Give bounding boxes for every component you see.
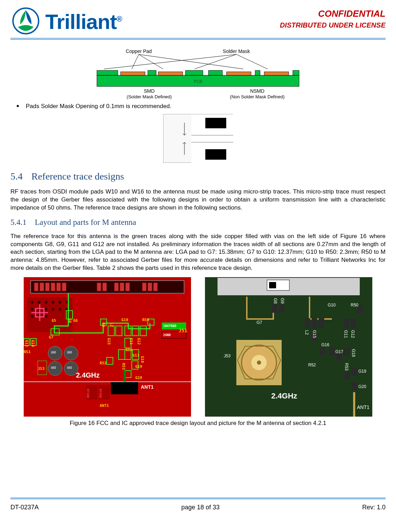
svg-rect-100	[312, 318, 317, 328]
svg-rect-109	[344, 348, 349, 357]
figure-16-layout: G5 G6 G8 G7 G9 L2 G15 G10 G11 G12 R50 G1…	[24, 277, 191, 417]
svg-point-48	[45, 308, 47, 311]
svg-rect-11	[158, 72, 183, 75]
svg-rect-102	[344, 318, 349, 328]
svg-point-49	[52, 308, 54, 311]
photo-label-g16: G16	[321, 342, 329, 348]
photo-label-g12: G12	[350, 330, 356, 338]
svg-point-42	[45, 301, 47, 304]
svg-rect-9	[121, 72, 145, 75]
svg-rect-34	[120, 283, 124, 291]
label-r51: R51	[24, 350, 31, 355]
svg-rect-31	[97, 283, 101, 291]
svg-rect-36	[142, 283, 146, 291]
label-pcb: PCB	[194, 79, 203, 84]
confidential-block: CONFIDENTIAL DISTRIBUTED UNDER LICENSE	[280, 7, 386, 29]
svg-rect-111	[351, 382, 357, 390]
footer: DT-0237A page 18 of 33 Rev: 1.0	[10, 500, 386, 511]
label-g13: G13	[24, 340, 29, 347]
label-j51: J51	[178, 327, 187, 334]
svg-line-2	[139, 54, 163, 69]
label-g7: G7	[49, 335, 53, 340]
svg-rect-20	[205, 149, 226, 160]
photo-label-g15: G15	[312, 330, 317, 338]
svg-rect-13	[208, 70, 222, 75]
label-g10: G10	[121, 318, 128, 323]
photo-label-l2: L2	[304, 330, 310, 335]
photo-label-g17: G17	[335, 349, 343, 355]
photo-label-r52: R52	[308, 362, 316, 368]
label-2-4ghz-layout: 2.4GHz	[76, 371, 100, 380]
svg-line-5	[236, 54, 268, 69]
svg-rect-37	[148, 283, 152, 291]
photo-label-ant1: ANT1	[357, 404, 370, 411]
label-g20: G20	[135, 375, 142, 381]
photo-label-g8: G8	[273, 298, 278, 304]
label-smd: SMD	[144, 88, 154, 94]
svg-rect-15	[255, 70, 260, 75]
figure-16-caption: Figure 16 FCC and IC approved trace desi…	[10, 419, 386, 427]
svg-point-46	[31, 308, 33, 311]
label-r53: R53	[121, 363, 126, 370]
photo-label-g19: G19	[358, 368, 366, 374]
svg-rect-106	[320, 347, 326, 355]
svg-rect-97	[272, 304, 277, 313]
label-l2: L2	[109, 322, 114, 327]
label-gnd2: GND	[67, 351, 72, 355]
paragraph-5-4: RF traces from OSDI module pads W10 and …	[10, 188, 386, 212]
svg-point-40	[31, 301, 33, 304]
svg-rect-26	[40, 283, 44, 291]
label-g12: G12	[136, 338, 141, 345]
photo-label-j53: J53	[224, 353, 230, 359]
svg-point-54	[45, 315, 47, 318]
logo: Trilliant®	[10, 7, 164, 35]
bullet-dot-icon	[17, 105, 19, 107]
svg-rect-91	[269, 282, 276, 288]
svg-rect-98	[279, 304, 284, 313]
photo-label-g9: G9	[280, 298, 285, 304]
label-1n47r0d: 1N47R0D	[163, 324, 176, 328]
heading-5-4-1: 5.4.1 Layout and parts for M antenna	[10, 217, 386, 228]
svg-rect-19	[205, 118, 226, 128]
label-g14: G14	[30, 340, 35, 347]
svg-rect-30	[62, 283, 66, 291]
svg-point-41	[38, 301, 40, 304]
header-rule	[10, 38, 386, 40]
photo-label-g10: G10	[328, 302, 336, 308]
heading-5-4: 5.4 Reference trace designs	[10, 170, 386, 183]
photo-label-g18: G18	[351, 349, 356, 357]
svg-rect-35	[125, 283, 130, 291]
photo-label-r50: R50	[351, 302, 358, 308]
label-gnd1: GND	[51, 351, 56, 355]
svg-rect-8	[97, 70, 118, 75]
bullet-text: Pads Solder Mask Opening of 0.1mm is rec…	[26, 102, 172, 111]
label-g6: G6	[73, 318, 78, 324]
paragraph-5-4-1: The reference trace for this antenna is …	[10, 233, 386, 273]
label-rfgnd1: RFGND	[86, 389, 90, 398]
svg-rect-107	[329, 347, 335, 355]
footer-rev: Rev: 1.0	[362, 504, 386, 511]
svg-rect-25	[34, 283, 38, 291]
svg-point-52	[31, 315, 33, 318]
svg-rect-10	[148, 70, 156, 75]
svg-rect-101	[319, 318, 324, 328]
label-g5: G5	[52, 318, 56, 324]
label-nsmd-sub: (Non Solder Mask Defined)	[230, 94, 285, 99]
bullet-solder-mask-opening: Pads Solder Mask Opening of 0.1mm is rec…	[17, 102, 386, 111]
label-g15: G15	[106, 338, 111, 345]
svg-point-50	[59, 308, 61, 311]
label-r52: R52	[100, 361, 107, 366]
label-g11: G11	[128, 338, 134, 345]
footer-doc-id: DT-0237A	[10, 504, 39, 511]
svg-rect-103	[351, 318, 356, 328]
svg-rect-17	[293, 70, 299, 75]
confidential-line-2: DISTRIBUTED UNDER LICENSE	[280, 21, 386, 29]
svg-rect-29	[56, 283, 61, 291]
svg-line-3	[139, 54, 243, 69]
photo-label-g7: G7	[257, 320, 262, 325]
label-g8: G8	[67, 318, 72, 323]
svg-rect-33	[114, 283, 119, 291]
svg-rect-38	[153, 283, 158, 291]
footer-page: page 18 of 33	[181, 504, 220, 511]
svg-rect-16	[264, 72, 289, 75]
